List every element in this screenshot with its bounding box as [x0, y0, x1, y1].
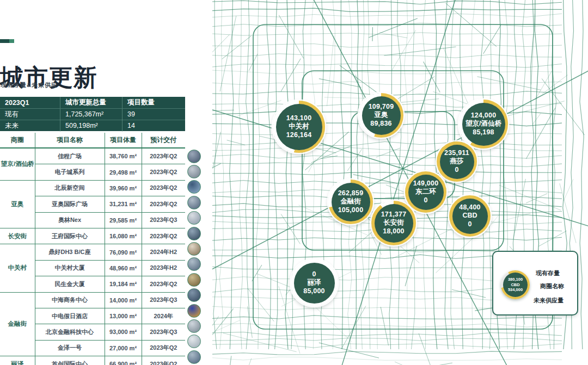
project-delivery-cell: 2023年Q2 — [142, 148, 185, 164]
project-delivery-cell: 2023年Q2 — [142, 164, 185, 180]
project-row: 亚奥北辰新空间39,960 m²2023年Q2 — [0, 180, 185, 196]
district-bubble: 109,709亚奥89,836 — [359, 93, 403, 138]
project-photo-thumbnail — [187, 350, 201, 364]
project-name-cell: 王府国际中心 — [35, 228, 105, 244]
summary-header-quarter: 2023Q1 — [0, 97, 60, 108]
projects-table-header-row: 商圈 项目名称 项目体量 预计交付 — [0, 133, 185, 148]
bubble-future-value: 0 — [424, 196, 427, 205]
project-photo-thumbnail — [187, 211, 201, 225]
district-bubble: 124,000望京/酒仙桥85,198 — [459, 100, 508, 149]
col-header-name: 项目名称 — [35, 133, 105, 148]
project-area-cell: 48,960 m² — [105, 260, 142, 276]
bubble-existing-value: 109,709 — [369, 103, 394, 112]
bubble-future-value: 105,000 — [338, 206, 364, 215]
project-photo-thumbnail — [187, 273, 201, 287]
bubble-future-value: 89,836 — [370, 120, 391, 128]
district-bubble: 149,000东二环0 — [405, 171, 446, 213]
bubble-future-value: 85,198 — [473, 128, 494, 137]
project-area-cell: 66,900 m² — [105, 356, 142, 365]
project-delivery-cell: 2023年Q3 — [142, 212, 185, 228]
project-name-cell: 中关村大厦 — [35, 260, 105, 276]
bubble-district-name: 丽泽 — [308, 279, 321, 287]
project-photo-thumbnail — [187, 242, 201, 256]
col-header-delivery: 预计交付 — [142, 133, 185, 148]
bubble-existing-value: 171,377 — [381, 211, 407, 219]
project-name-cell: 佳程广场 — [35, 148, 105, 164]
project-delivery-cell: 2024年 — [142, 308, 185, 324]
bubble-district-name: 望京/酒仙桥 — [465, 120, 501, 128]
district-bubble: 171,377长安街18,000 — [371, 201, 416, 245]
project-row: 金融街中海商务中心14,000 m²2023年Q3 — [0, 292, 185, 308]
bubble-existing-value: 262,859 — [338, 189, 364, 198]
project-delivery-cell: 2023年Q2 — [142, 276, 185, 292]
district-cell: 长安街 — [0, 228, 35, 244]
project-area-cell: 93,000 m² — [105, 324, 142, 340]
district-bubble: 235,911燕莎0 — [437, 141, 477, 182]
project-photo-thumbnail — [187, 196, 201, 209]
project-name-cell: 金泽一号 — [35, 340, 105, 356]
accent-dash — [0, 39, 14, 43]
legend-future-label: 未来供应量 — [534, 296, 564, 305]
beijing-road-map: 143,100中关村126,164109,709亚奥89,836124,000望… — [212, 0, 588, 365]
project-area-cell: 76,090 m² — [105, 244, 142, 260]
projects-table: 商圈 项目名称 项目体量 预计交付 望京/酒仙桥佳程广场38,760 m²202… — [0, 133, 185, 365]
project-area-cell: 14,000 m² — [105, 292, 142, 308]
project-row: 长安街王府国际中心16,080 m²2023年Q2 — [0, 228, 185, 244]
project-delivery-cell: 2023年Q3 — [142, 292, 185, 308]
summary-header-total: 城市更新总量 — [60, 97, 122, 108]
bubble-future-value: 18,000 — [383, 227, 404, 236]
bubble-district-name: 东二环 — [415, 188, 436, 196]
project-name-cell: 首创国际中心 — [35, 356, 105, 365]
bubble-existing-value: 0 — [312, 270, 316, 279]
project-area-cell: 39,960 m² — [105, 180, 142, 196]
project-delivery-cell: 2024年H2 — [142, 244, 185, 260]
district-bubble: 262,859金融街105,000 — [328, 180, 373, 224]
project-name-cell: 民生金大厦 — [35, 276, 105, 292]
project-delivery-cell: 2023年Q3 — [142, 324, 185, 340]
summary-row-future-count: 14 — [122, 120, 185, 132]
bubble-future-value: 85,000 — [303, 287, 324, 296]
summary-row-existing-label: 现有 — [0, 108, 60, 120]
project-delivery-cell: 2023年Q2 — [142, 356, 185, 365]
map-legend: 380,100 CBD 534,000 现有存量 商圈名称 未来供应量 — [492, 251, 578, 315]
project-name-cell: 中海商务中心 — [35, 292, 105, 308]
summary-row-future-label: 未来 — [0, 120, 60, 132]
project-delivery-cell: 2023年Q2 — [142, 196, 185, 212]
bubble-future-value: 0 — [455, 166, 458, 175]
project-photo-thumbnail — [187, 227, 201, 240]
legend-sample-existing: 380,100 — [508, 277, 523, 282]
summary-header-count: 项目数量 — [122, 97, 185, 108]
project-name-cell: 电子城系列 — [35, 164, 105, 180]
bubble-existing-value: 124,000 — [471, 112, 497, 120]
project-delivery-cell: 2023年Q2 — [142, 180, 185, 196]
summary-row-future-total: 509,198m² — [60, 120, 122, 132]
project-photo-thumbnail — [187, 319, 201, 333]
legend-sample-future: 534,000 — [508, 287, 523, 293]
col-header-district: 商圈 — [0, 133, 35, 148]
project-area-cell: 29,585 m² — [105, 212, 142, 228]
project-delivery-cell: 2023年Q2 — [142, 340, 185, 356]
project-photo-thumbnail — [187, 335, 201, 348]
bubble-existing-value: 143,100 — [286, 114, 312, 123]
legend-existing-label: 现有存量 — [536, 269, 560, 277]
bubble-district-name: 亚奥 — [375, 111, 388, 120]
project-area-cell: 19,184 m² — [105, 276, 142, 292]
page-subtitle: 现有存量&未来供应 — [1, 81, 58, 89]
project-row: 望京/酒仙桥佳程广场38,760 m²2023年Q2 — [0, 148, 185, 164]
bubble-district-name: CBD — [462, 212, 477, 220]
bubble-existing-value: 149,000 — [413, 180, 439, 188]
district-bubble: 0丽泽85,000 — [291, 259, 338, 306]
district-cell: 丽泽 — [0, 356, 35, 365]
bubble-future-value: 0 — [468, 220, 471, 229]
project-area-cell: 16,080 m² — [105, 228, 142, 244]
district-cell: 金融街 — [0, 292, 35, 356]
bubble-district-name: 长安街 — [383, 219, 404, 227]
project-name-cell: 奥林Nex — [35, 212, 105, 228]
summary-table: 2023Q1 城市更新总量 项目数量 现有 1,725,367m² 39 未来 … — [0, 97, 185, 131]
project-photo-thumbnail — [187, 304, 201, 318]
project-row: 中关村鼎好DH3 B/C座76,090 m²2024年H2 — [0, 244, 185, 260]
district-bubble: 48,400CBD0 — [449, 195, 491, 237]
summary-row-existing-total: 1,725,367m² — [60, 108, 122, 120]
bubble-existing-value: 235,911 — [444, 149, 469, 158]
district-cell: 望京/酒仙桥 — [0, 148, 35, 180]
